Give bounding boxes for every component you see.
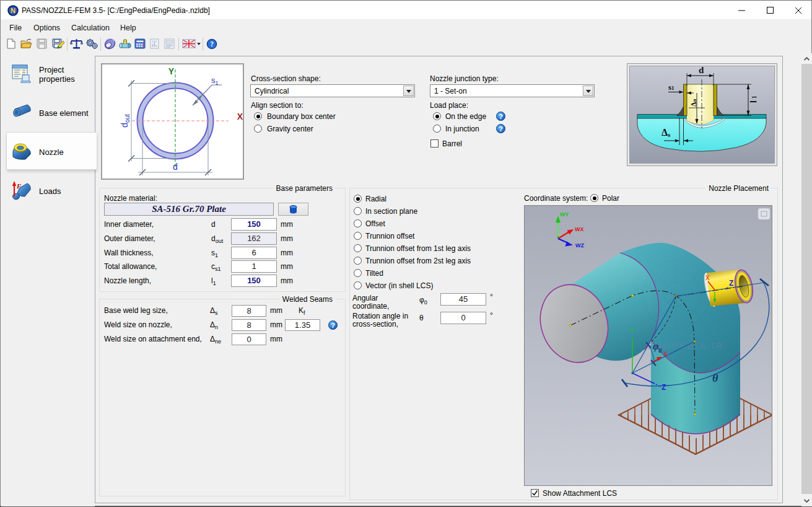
svg-text:?: ? — [210, 40, 214, 48]
svg-text:F: F — [16, 182, 22, 190]
svg-text:X: X — [705, 275, 710, 281]
svg-text:Z: Z — [729, 279, 733, 288]
svg-text:dout: dout — [120, 114, 131, 128]
svg-text:s1: s1 — [211, 76, 219, 86]
svg-text:WX: WX — [575, 226, 584, 232]
svg-text:Y: Y — [168, 66, 175, 76]
svg-text:X: X — [237, 112, 243, 121]
svg-text:X: X — [663, 350, 668, 358]
svg-text:WY: WY — [560, 211, 569, 218]
svg-text:l 1: l 1 — [749, 95, 758, 103]
svg-text:d: d — [699, 66, 704, 75]
svg-text:Y: Y — [630, 327, 635, 335]
svg-text:d: d — [173, 162, 178, 172]
svg-text:Z: Z — [661, 383, 666, 392]
svg-text:WZ: WZ — [575, 242, 584, 249]
svg-text:θ: θ — [712, 372, 718, 384]
svg-text:N: N — [11, 7, 15, 14]
